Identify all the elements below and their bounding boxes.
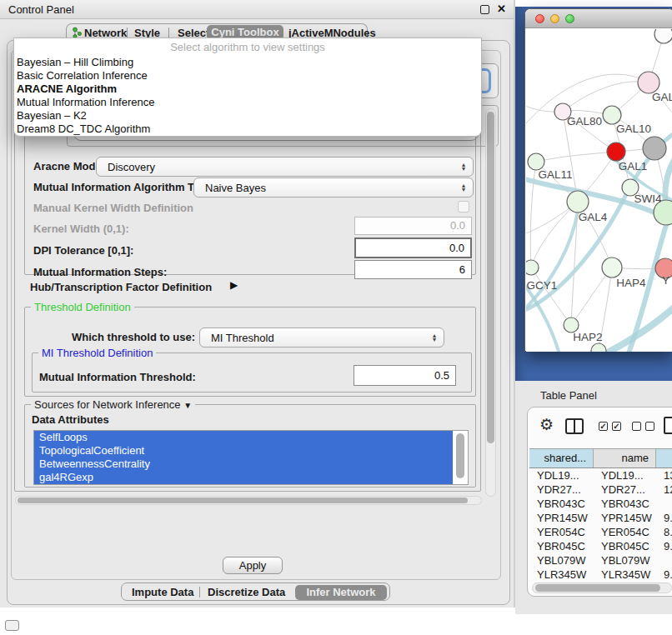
settings-vscrollbar-thumb[interactable] [487, 112, 494, 443]
data-attribute-item[interactable]: TopologicalCoefficient [34, 444, 453, 458]
table-row[interactable]: YLR345WYLR345W9. [529, 568, 672, 582]
network-node[interactable] [591, 343, 606, 352]
table-row[interactable]: YPR145WYPR145W9. [529, 511, 672, 525]
mi-algorithm-type-label: Mutual Information Algorithm Type: [33, 178, 216, 198]
table-row[interactable]: YER054CYER054C8. [529, 525, 672, 539]
manual-kernel-label: Manual Kernel Width Definition [33, 202, 193, 214]
network-edge[interactable] [536, 152, 616, 162]
attributes-vscrollbar-thumb[interactable] [456, 433, 464, 478]
aracne-mode-combo[interactable]: Discovery ▴▾ [96, 157, 474, 177]
which-threshold-value: MI Threshold [200, 332, 429, 344]
split-columns-icon[interactable] [565, 418, 584, 434]
algorithm-popup-item[interactable]: Bayesian – Hill Climbing [16, 56, 479, 69]
algorithm-popup-item[interactable]: Mutual Information Inference [16, 96, 479, 109]
dpi-tolerance-label: DPI Tolerance [0,1]: [33, 241, 133, 261]
algorithm-popup-item[interactable]: Bayesian – K2 [16, 109, 479, 122]
column-header[interactable]: A [656, 449, 672, 468]
network-node-label: Y [662, 274, 669, 287]
algorithm-popup-item[interactable]: Basic Correlation Inference [16, 69, 479, 82]
network-edge[interactable] [571, 268, 612, 325]
traffic-minimize-icon[interactable] [550, 14, 559, 23]
network-node[interactable] [602, 258, 622, 278]
sources-group-title: Sources for Network Inference ▼ [31, 398, 195, 411]
network-node[interactable] [528, 153, 544, 170]
table-cell: YLR345W [594, 568, 656, 582]
network-node[interactable] [607, 142, 625, 161]
network-node[interactable] [654, 29, 672, 43]
network-node[interactable] [603, 106, 621, 124]
page-icon[interactable] [664, 417, 672, 434]
float-panel-icon[interactable] [480, 5, 489, 14]
table-row[interactable]: YDR27...YDR27...12 [529, 482, 672, 497]
table-cell: 12 [656, 482, 672, 497]
network-node[interactable] [567, 191, 589, 212]
network-node-label: HAP4 [616, 277, 646, 289]
table-row[interactable]: YBL079WYBL079W [529, 553, 672, 568]
which-threshold-label: Which threshold to use: [72, 328, 195, 348]
network-edge[interactable] [563, 82, 649, 112]
network-canvas[interactable]: GAL7GAL80GAL10GAL1GAL11SWI4GAL4GCY1HAP4Y… [526, 29, 672, 352]
sources-collapse-icon[interactable]: ▼ [183, 401, 192, 410]
table-cell: YER054C [529, 525, 594, 539]
sources-title-text: Sources for Network Inference [34, 398, 181, 411]
column-header[interactable]: shared... [529, 449, 594, 468]
traffic-close-icon[interactable] [535, 14, 544, 23]
data-attribute-item[interactable]: SelfLoops [34, 431, 453, 444]
algorithm-popup-item[interactable]: Dream8 DC_TDC Algorithm [16, 122, 479, 136]
data-attributes-list[interactable]: SelfLoopsTopologicalCoefficientBetweenne… [33, 430, 469, 485]
hub-expand-icon[interactable]: ▶ [230, 279, 238, 291]
close-panel-icon[interactable]: ✕ [497, 2, 506, 15]
traffic-zoom-icon[interactable] [565, 14, 574, 23]
mi-algorithm-type-combo[interactable]: Naive Bayes ▴▾ [193, 178, 474, 198]
network-canvas-svg: GAL7GAL80GAL10GAL1GAL11SWI4GAL4GCY1HAP4Y… [526, 29, 672, 352]
hub-section-label: Hub/Transcription Factor Definition [30, 281, 212, 293]
deselect-checkboxes-icon[interactable] [632, 422, 657, 432]
apply-button[interactable]: Apply [223, 557, 283, 574]
table-row[interactable]: YDL19...YDL19...13 [529, 468, 672, 482]
table-cell: YDR27... [594, 482, 656, 497]
table-cell: 8. [656, 525, 672, 539]
mi-steps-field[interactable]: 6 [354, 260, 472, 279]
column-header[interactable]: name [594, 449, 656, 468]
network-node[interactable] [643, 137, 666, 160]
table-cell: YPR145W [529, 511, 594, 525]
gear-icon[interactable]: ⚙ [539, 415, 554, 434]
network-edge[interactable] [530, 162, 536, 268]
data-attribute-item[interactable]: gal4RGexp [34, 471, 453, 484]
manual-kernel-checkbox[interactable] [458, 201, 469, 212]
dpi-tolerance-field[interactable]: 0.0 [354, 238, 472, 258]
mi-threshold-group: MI Threshold Definition Mutual Informati… [32, 352, 472, 392]
table-row[interactable]: YBR045CYBR045C9. [529, 539, 672, 553]
control-panel: Control Panel ✕ Network Style Select Cyn… [0, 0, 515, 608]
control-panel-title: Control Panel [8, 3, 74, 16]
mi-threshold-label: Mutual Information Threshold: [39, 367, 196, 388]
data-attribute-item[interactable]: BetweennessCentrality [34, 458, 453, 471]
network-window-titlebar[interactable] [525, 9, 672, 28]
settings-vscrollbar[interactable] [485, 108, 496, 497]
combo-spinner-icon: ▴▾ [458, 162, 469, 171]
table-cell [656, 497, 672, 511]
table-cell: YBL079W [594, 553, 656, 568]
algorithm-popup-item[interactable]: ARACNE Algorithm [16, 82, 479, 96]
table-hscrollbar[interactable] [532, 582, 672, 593]
bottom-left-icon[interactable] [5, 620, 19, 631]
settings-hscrollbar[interactable] [15, 496, 482, 505]
tab-impute-data[interactable]: Impute Data [132, 586, 193, 599]
combo-spinner-icon: ▴▾ [458, 183, 469, 192]
network-window[interactable]: GAL7GAL80GAL10GAL1GAL11SWI4GAL4GCY1HAP4Y… [524, 8, 672, 352]
control-panel-titlebar: Control Panel ✕ [0, 0, 514, 19]
table-row[interactable]: YBR043CYBR043C [529, 497, 672, 511]
tab-discretize-data[interactable]: Discretize Data [208, 586, 285, 599]
table-cell: 9. [656, 568, 672, 582]
network-node[interactable] [526, 260, 539, 275]
table-card: ⚙ ✓✓ shared...nameAYDL19...YDL19...13YDR… [527, 407, 672, 597]
network-node-label: GAL4 [579, 211, 608, 223]
mi-threshold-field[interactable]: 0.5 [354, 365, 456, 386]
which-threshold-combo[interactable]: MI Threshold ▴▾ [199, 328, 444, 348]
tab-infer-network[interactable]: Infer Network [295, 585, 387, 600]
kernel-width-field[interactable]: 0.0 [354, 217, 472, 235]
settings-hscrollbar-thumb[interactable] [18, 498, 468, 503]
table-hscrollbar-thumb[interactable] [535, 584, 660, 592]
select-all-checkboxes-icon[interactable]: ✓✓ [599, 422, 624, 432]
table-cell: YBR045C [594, 539, 656, 553]
